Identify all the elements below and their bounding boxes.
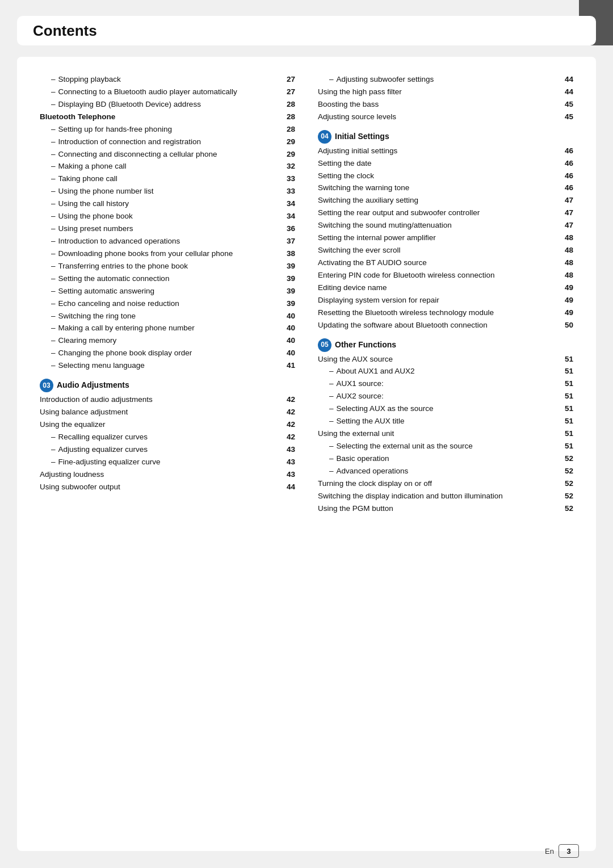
item-text: Bluetooth Telephone: [40, 111, 284, 123]
dash-icon: –: [51, 261, 56, 272]
list-item: Editing device name 49: [318, 282, 573, 294]
list-item: – Connecting to a Bluetooth audio player…: [40, 86, 295, 98]
page-number: 29: [287, 136, 295, 148]
list-item: – Adjusting subwoofer settings 44: [318, 74, 573, 86]
page-number: 40: [287, 311, 295, 322]
page-number: 46: [565, 145, 573, 157]
dash-icon: –: [51, 236, 56, 248]
list-item: – Displaying BD (Bluetooth Device) addre…: [40, 99, 295, 111]
item-text: Resetting the Bluetooth wireless technol…: [318, 307, 562, 319]
list-item: – Connecting and disconnecting a cellula…: [40, 149, 295, 161]
dash-icon: –: [51, 360, 56, 372]
page-number: 42: [287, 419, 295, 431]
dash-icon: –: [51, 173, 56, 185]
page-title: Contents: [33, 22, 97, 40]
item-text: AUX1 source:: [337, 378, 562, 390]
item-text: Using the phone number list: [58, 186, 284, 198]
page-number: 40: [287, 322, 295, 334]
page-number: 37: [287, 236, 295, 248]
item-text: Recalling equalizer curves: [58, 431, 284, 443]
item-text: Changing the phone book display order: [58, 347, 284, 359]
list-item: Using subwoofer output 44: [40, 481, 295, 493]
page-number: 28: [287, 99, 295, 111]
list-item: – Adjusting equalizer curves 43: [40, 444, 295, 456]
dash-icon: –: [51, 74, 56, 86]
dash-icon: –: [51, 286, 56, 297]
page-number: 51: [565, 428, 573, 440]
list-item: Displaying system version for repair 49: [318, 295, 573, 307]
page-number: 36: [287, 223, 295, 235]
list-item: – Downloading phone books from your cell…: [40, 248, 295, 260]
page-number: 39: [287, 261, 295, 272]
page-number: 47: [565, 195, 573, 207]
item-text: Selecting the external unit as the sourc…: [337, 441, 562, 452]
list-item: – Advanced operations 52: [318, 466, 573, 477]
dash-icon: –: [51, 248, 56, 260]
page-number: 40: [287, 335, 295, 347]
dash-icon: –: [51, 136, 56, 148]
list-item: Switching the display indication and but…: [318, 490, 573, 502]
page-number: 47: [565, 220, 573, 232]
item-text: Adjusting source levels: [318, 111, 562, 123]
page-number: 28: [287, 124, 295, 136]
page-number: 51: [565, 391, 573, 402]
item-text: Setting the clock: [318, 170, 562, 182]
page-number: 51: [565, 441, 573, 452]
item-text: Setting automatic answering: [58, 286, 284, 297]
section-header-04: 04 Initial Settings: [318, 130, 573, 144]
page-number: 27: [287, 74, 295, 86]
dash-icon: –: [329, 441, 334, 452]
list-item: – Transferring entries to the phone book…: [40, 261, 295, 272]
item-text: Fine-adjusting equalizer curve: [58, 456, 284, 468]
list-item: Using the AUX source 51: [318, 354, 573, 366]
list-item: – Introduction of connection and registr…: [40, 136, 295, 148]
dash-icon: –: [329, 74, 334, 86]
dash-icon: –: [51, 431, 56, 443]
page-number: 39: [287, 286, 295, 297]
item-text: Downloading phone books from your cellul…: [58, 248, 284, 260]
item-text: Using balance adjustment: [40, 406, 284, 418]
list-item: Updating the software about Bluetooth co…: [318, 320, 573, 332]
list-item: – Fine-adjusting equalizer curve 43: [40, 456, 295, 468]
list-item: – Using the phone number list 33: [40, 186, 295, 198]
item-text: Setting the internal power amplifier: [318, 232, 562, 244]
item-text: Setting the AUX title: [337, 416, 562, 427]
section-title-04: Initial Settings: [335, 131, 389, 143]
list-item: – Selecting AUX as the source 51: [318, 403, 573, 415]
item-text: Connecting to a Bluetooth audio player a…: [58, 86, 284, 98]
list-item: Using the equalizer 42: [40, 419, 295, 431]
section-title-03: Audio Adjustments: [57, 379, 129, 392]
page-number: 28: [287, 111, 295, 123]
page-number: 43: [287, 456, 295, 468]
item-text: Setting the date: [318, 158, 562, 170]
list-item: – Making a phone call 32: [40, 161, 295, 173]
item-text: Switching the ring tone: [58, 311, 284, 322]
list-item: – Taking phone call 33: [40, 173, 295, 185]
list-item: Setting the date 46: [318, 158, 573, 170]
dash-icon: –: [51, 211, 56, 223]
list-item: Switching the warning tone 46: [318, 182, 573, 194]
item-text: Basic operation: [337, 453, 562, 465]
dash-icon: –: [51, 444, 56, 456]
content-area: – Stopping playback 27 – Connecting to a…: [17, 57, 596, 851]
page-number: 49: [565, 282, 573, 294]
item-text: Entering PIN code for Bluetooth wireless…: [318, 270, 562, 282]
item-text: Updating the software about Bluetooth co…: [318, 320, 562, 332]
item-text: Switching the sound muting/attenuation: [318, 220, 562, 232]
dash-icon: –: [329, 366, 334, 378]
list-item: Boosting the bass 45: [318, 99, 573, 111]
page-number: 41: [287, 360, 295, 372]
item-text: Using the phone book: [58, 211, 284, 223]
page-number: 43: [287, 469, 295, 481]
list-item: Setting the clock 46: [318, 170, 573, 182]
dash-icon: –: [329, 416, 334, 427]
list-item: Adjusting loudness 43: [40, 469, 295, 481]
page-number: 42: [287, 394, 295, 406]
page-number: 38: [287, 248, 295, 260]
dash-icon: –: [51, 347, 56, 359]
page-number: 47: [565, 207, 573, 219]
list-item: – Switching the ring tone 40: [40, 311, 295, 322]
list-item: Introduction of audio adjustments 42: [40, 394, 295, 406]
dash-icon: –: [51, 273, 56, 285]
item-text: Using the PGM button: [318, 503, 562, 515]
